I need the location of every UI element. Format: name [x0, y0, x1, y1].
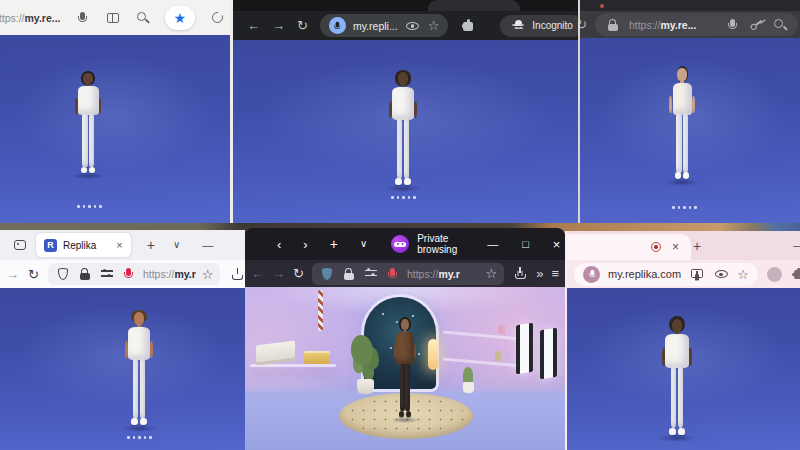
loading-dots: [77, 205, 102, 208]
favorite-star-icon[interactable]: ★: [174, 11, 187, 25]
replika-avatar: [112, 310, 166, 432]
back-icon[interactable]: ‹: [277, 238, 281, 251]
replika-canvas[interactable]: [0, 35, 230, 223]
mic-active-icon[interactable]: [121, 266, 137, 282]
forward-icon[interactable]: →: [6, 268, 19, 281]
microphone-icon[interactable]: [724, 17, 740, 33]
reload-icon[interactable]: ↻: [28, 268, 39, 281]
save-icon[interactable]: [512, 266, 528, 282]
address-bar[interactable]: https://my.r ☆: [312, 263, 504, 285]
tab-strip: [580, 0, 800, 11]
list-tabs-icon[interactable]: ∨: [173, 240, 180, 250]
extensions-icon[interactable]: [791, 266, 800, 282]
incognito-icon: [510, 18, 526, 34]
back-icon[interactable]: ←: [251, 267, 264, 280]
reload-icon[interactable]: ↻: [293, 267, 304, 280]
tracking-shield-icon[interactable]: [319, 266, 335, 282]
room-plant: [343, 333, 389, 395]
forward-icon[interactable]: →: [272, 19, 285, 32]
tab-strip: × + —: [567, 231, 800, 260]
firefox-view-icon[interactable]: [12, 237, 28, 253]
eye-preview-icon[interactable]: [713, 266, 729, 282]
extensions-icon[interactable]: [460, 18, 476, 34]
navigation-toolbar: ← → ↻ https://my.r ☆ » ≡: [245, 260, 565, 287]
tab-title: Replika: [63, 240, 96, 251]
browser-window-firefox-light: R Replika × + ∨ — → ↻ https://my.r ☆: [0, 230, 245, 450]
replika-avatar: [376, 70, 430, 192]
tab-replika[interactable]: R Replika ×: [36, 233, 131, 257]
tab-strip: R Replika × + ∨ —: [0, 230, 245, 260]
edge-toolbar: https://my.re... ★: [0, 0, 230, 36]
mic-permission-badge[interactable]: [329, 17, 346, 34]
split-screen-icon[interactable]: [105, 10, 121, 26]
more-tools-icon[interactable]: »: [536, 267, 543, 280]
room-laptop: [256, 341, 295, 366]
browser-essentials-icon[interactable]: [209, 10, 225, 26]
address-bar[interactable]: https://my.re...: [0, 12, 61, 24]
address-bar[interactable]: https://my.re...: [595, 13, 798, 36]
replika-avatar: [63, 71, 113, 179]
favorite-pill[interactable]: ★: [165, 6, 196, 30]
permissions-icon[interactable]: [99, 266, 115, 282]
replika-canvas[interactable]: [567, 288, 800, 450]
tab[interactable]: [428, 0, 520, 11]
menu-icon[interactable]: ≡: [551, 267, 559, 280]
lock-icon: [77, 266, 93, 282]
reload-icon[interactable]: ↻: [297, 19, 308, 32]
minimize-icon[interactable]: —: [202, 240, 213, 251]
new-tab-icon[interactable]: +: [147, 238, 155, 252]
bookmark-star-icon[interactable]: ☆: [428, 19, 440, 32]
password-key-icon[interactable]: [745, 13, 767, 35]
room-shelf-item: [495, 351, 501, 361]
replika-canvas[interactable]: [580, 38, 800, 223]
recording-indicator-icon: [648, 239, 664, 255]
mic-permission-badge[interactable]: [583, 266, 600, 283]
navigation-toolbar: my.replika.com ☆: [567, 260, 800, 288]
bookmark-star-icon[interactable]: ☆: [737, 268, 749, 281]
close-tab-icon[interactable]: ×: [672, 241, 679, 253]
install-app-icon[interactable]: [689, 266, 705, 282]
room-small-plant: [459, 367, 477, 395]
replika-canvas[interactable]: [233, 40, 581, 223]
forward-icon[interactable]: ›: [303, 238, 307, 251]
new-tab-icon[interactable]: +: [330, 237, 338, 251]
save-icon[interactable]: [229, 266, 245, 282]
replika-room-canvas[interactable]: [245, 287, 565, 450]
replika-avatar: [649, 316, 705, 442]
forward-icon[interactable]: →: [272, 267, 285, 280]
replika-avatar: [657, 66, 707, 186]
list-tabs-icon[interactable]: ∨: [360, 239, 367, 249]
mic-active-icon[interactable]: [385, 266, 401, 282]
tab[interactable]: ×: [565, 234, 691, 260]
replika-canvas[interactable]: [0, 288, 245, 450]
recording-dot: [600, 4, 604, 8]
maximize-icon[interactable]: □: [522, 239, 529, 250]
loading-dots: [672, 206, 697, 209]
address-bar[interactable]: my.replika.com ☆: [574, 263, 758, 286]
eye-preview-icon[interactable]: [405, 18, 421, 34]
address-bar[interactable]: my.repli... ☆: [320, 14, 448, 37]
reload-icon[interactable]: ↻: [578, 18, 587, 31]
private-browsing-icon: [391, 235, 409, 253]
bookmark-star-icon[interactable]: ☆: [202, 268, 214, 281]
replika-avatar: [384, 317, 426, 423]
permissions-icon[interactable]: [363, 266, 379, 282]
bookmark-star-icon[interactable]: ☆: [486, 267, 498, 280]
address-bar[interactable]: https://my.r ☆: [48, 263, 221, 285]
tracking-shield-icon[interactable]: [55, 266, 71, 282]
close-icon[interactable]: ×: [553, 238, 561, 251]
minimize-icon[interactable]: —: [793, 240, 800, 251]
lock-icon: [605, 17, 621, 33]
title-bar: ‹ › + ∨ Private browsing — □ ×: [245, 228, 565, 260]
extension-avatar-icon[interactable]: [767, 267, 782, 282]
close-tab-icon[interactable]: ×: [116, 240, 122, 251]
zoom-out-icon[interactable]: [772, 17, 788, 33]
back-icon[interactable]: ←: [247, 19, 260, 32]
minimize-icon[interactable]: —: [487, 239, 498, 250]
room-shelf-right-lower: [443, 358, 521, 368]
new-tab-icon[interactable]: +: [693, 239, 701, 253]
room-shelf-right: [443, 331, 521, 341]
tab-strip: [233, 0, 581, 11]
microphone-icon[interactable]: [75, 10, 91, 26]
zoom-out-icon[interactable]: [135, 10, 151, 26]
